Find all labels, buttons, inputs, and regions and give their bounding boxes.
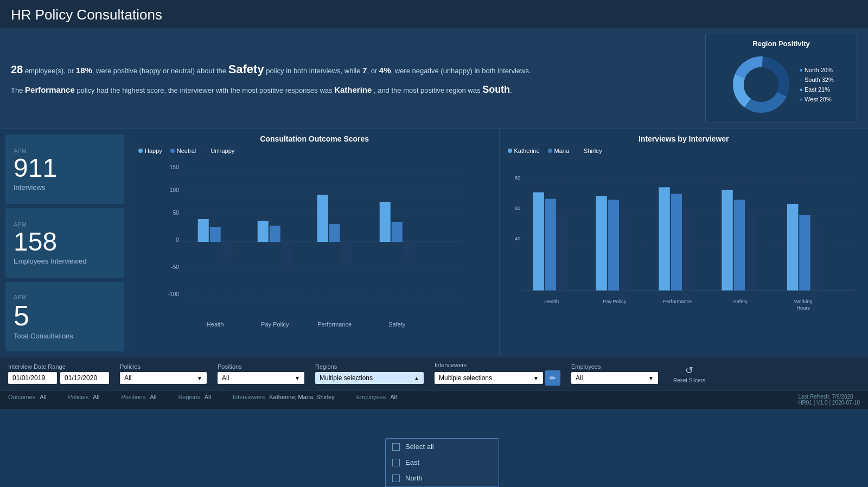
bar-perf-neutral bbox=[329, 224, 340, 242]
interviewers-arrow: ▼ bbox=[533, 375, 539, 381]
dropdown-select-all[interactable]: Select all bbox=[386, 439, 499, 454]
stat1-text-end: were negative (unhappy) in both intervie… bbox=[395, 67, 531, 75]
positions-label: Positions bbox=[218, 363, 304, 370]
left-stats: APM 911 Interviews APM 158 Employees Int… bbox=[0, 129, 130, 357]
checkbox-north[interactable] bbox=[392, 475, 400, 482]
stat1-text-mid2: policy in both interviews, while bbox=[266, 67, 360, 75]
region-south: ● South 32% bbox=[799, 76, 834, 83]
bar-s-maria bbox=[733, 200, 744, 290]
bar-s-katherine bbox=[722, 190, 732, 291]
region-donut-chart bbox=[729, 52, 794, 117]
bar-h-katherine bbox=[533, 193, 544, 291]
positions-filter: Positions All ▼ bbox=[218, 363, 304, 384]
stat1-text-pre: employee(s), or bbox=[25, 67, 74, 75]
summary-section: 28 employee(s), or 18%, were positive (h… bbox=[0, 28, 868, 129]
footer-outcomes-key: Outcomes bbox=[8, 394, 35, 406]
xlabel-h: Health bbox=[544, 299, 559, 304]
consultations-number: 5 bbox=[14, 302, 116, 330]
interviewers-label: Interviewers bbox=[435, 362, 560, 368]
footer-policies-key: Policies bbox=[68, 394, 88, 406]
reset-slicers-button[interactable]: ↺ Reset Slicers bbox=[669, 362, 710, 386]
positions-value: All bbox=[222, 374, 229, 382]
date-range-inputs bbox=[8, 372, 109, 384]
select-all-label: Select all bbox=[405, 443, 434, 451]
footer-employees-val: All bbox=[390, 394, 397, 406]
svg-text:150: 150 bbox=[170, 164, 179, 170]
footer-regions: Regions All bbox=[178, 394, 211, 406]
employees-small-label: APM bbox=[14, 221, 116, 228]
east-label: East bbox=[405, 458, 419, 466]
last-refresh: Last Refresh: 7/9/2020 bbox=[798, 394, 853, 400]
stat2-text-mid2: , and the most positive region was bbox=[374, 86, 481, 94]
consultations-label: Total Consultations bbox=[14, 332, 116, 340]
footer-positions-key: Positions bbox=[122, 394, 146, 406]
dropdown-north[interactable]: North bbox=[386, 470, 499, 486]
region-west: ● West 28% bbox=[799, 96, 834, 102]
xlabel-safety: Safety bbox=[388, 321, 406, 328]
date-start-input[interactable] bbox=[8, 372, 57, 384]
employees-label: Employees Interviewed bbox=[14, 257, 116, 265]
bar-safety-happy bbox=[380, 202, 391, 242]
policies-dropdown[interactable]: All ▼ bbox=[120, 372, 207, 384]
xlabel-wh2: Hours bbox=[796, 305, 810, 311]
svg-text:40: 40 bbox=[514, 236, 520, 241]
svg-text:-50: -50 bbox=[171, 264, 179, 270]
footer-positions: Positions All bbox=[122, 394, 157, 406]
svg-point-5 bbox=[744, 67, 778, 102]
stat2-policy: Performance bbox=[25, 85, 75, 94]
bar-perf-unhappy bbox=[341, 242, 352, 264]
bar-pf-shirley bbox=[682, 209, 693, 290]
interviewers-dropdown[interactable]: Multiple selections ▼ bbox=[435, 372, 543, 384]
regions-dropdown[interactable]: Multiple selections ▲ bbox=[315, 372, 424, 384]
checkbox-select-all[interactable] bbox=[392, 443, 400, 451]
bar-pp-maria bbox=[608, 200, 618, 290]
summary-text: 28 employee(s), or 18%, were positive (h… bbox=[11, 60, 694, 98]
positions-dropdown[interactable]: All ▼ bbox=[218, 372, 304, 384]
regions-label: Regions bbox=[315, 363, 424, 370]
region-east: ● East 21% bbox=[799, 86, 834, 93]
summary-line1: 28 employee(s), or 18%, were positive (h… bbox=[11, 60, 694, 79]
summary-line2: The Performance policy had the highest s… bbox=[11, 82, 694, 98]
regions-filter: Regions Multiple selections ▲ bbox=[315, 363, 424, 384]
legend-maria: Maria bbox=[548, 148, 570, 154]
interviews-small-label: APM bbox=[14, 148, 116, 154]
date-end-input[interactable] bbox=[60, 372, 109, 384]
stat1-policy: Safety bbox=[228, 62, 264, 76]
footer-interviewers: Interviewers Katherine; Maria; Shirley bbox=[233, 394, 335, 406]
bar-h-maria bbox=[545, 199, 556, 291]
interviewers-edit-btn[interactable]: ✏ bbox=[545, 370, 560, 386]
legend-shirley: Shirley bbox=[577, 148, 602, 154]
employees-arrow: ▼ bbox=[648, 375, 654, 381]
consultations-small-label: APM bbox=[14, 294, 116, 300]
checkbox-east[interactable] bbox=[392, 459, 400, 466]
bar-safety-neutral bbox=[392, 222, 403, 242]
bar-wh-shirley bbox=[811, 228, 822, 291]
stat2-name: Katherine bbox=[334, 85, 372, 94]
positions-arrow: ▼ bbox=[295, 375, 300, 381]
bar-health-happy bbox=[198, 219, 209, 242]
date-range-label: Interview Date Range bbox=[8, 363, 109, 370]
legend-katherine: Katherine bbox=[508, 148, 540, 154]
regions-arrow: ▲ bbox=[414, 375, 419, 381]
xlabel-pf: Performance bbox=[663, 299, 692, 304]
dropdown-east[interactable]: East bbox=[386, 454, 499, 470]
employees-dropdown[interactable]: All ▼ bbox=[571, 372, 658, 384]
legend-unhappy: Unhappy bbox=[204, 148, 234, 154]
bar-h-shirley bbox=[557, 215, 567, 290]
bar-pp-katherine bbox=[596, 196, 607, 290]
policies-value: All bbox=[124, 374, 131, 382]
consultation-chart-svg: 150 100 50 0 -50 -100 bbox=[138, 158, 491, 332]
xlabel-wh: Working bbox=[794, 299, 812, 304]
bar-pp-shirley bbox=[620, 213, 630, 291]
employees-card: APM 158 Employees Interviewed bbox=[5, 208, 124, 278]
svg-text:-100: -100 bbox=[168, 291, 179, 297]
bar-pf-maria bbox=[671, 194, 681, 290]
interviewer-chart-title: Interviews by Interviewer bbox=[508, 134, 860, 143]
stat1-num: 28 bbox=[11, 63, 23, 75]
consultation-chart-title: Consultation Outcome Scores bbox=[138, 134, 491, 143]
stat1-neg-pct: 4% bbox=[379, 66, 391, 75]
north-label: North bbox=[405, 474, 423, 482]
legend-neutral: Neutral bbox=[170, 148, 196, 154]
region-north: ● North 20% bbox=[799, 67, 834, 73]
stat1-pct: 18% bbox=[76, 66, 92, 75]
